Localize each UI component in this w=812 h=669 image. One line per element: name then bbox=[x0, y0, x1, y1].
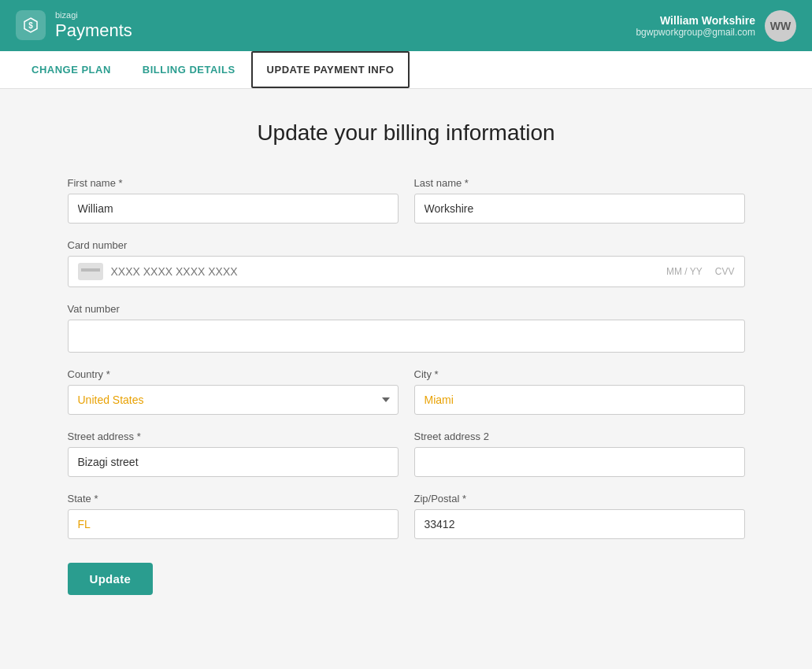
logo-icon: $ bbox=[16, 10, 46, 40]
state-zip-row: State * Zip/Postal * bbox=[68, 493, 745, 539]
header: $ bizagi Payments William Workshire bgwp… bbox=[0, 0, 812, 51]
card-brand-icon bbox=[78, 263, 103, 280]
brand-name: bizagi Payments bbox=[55, 10, 132, 42]
name-row: First name * Last name * bbox=[68, 177, 745, 224]
street-address-input[interactable] bbox=[68, 447, 399, 477]
card-number-group: Card number MM / YY CVV bbox=[68, 239, 745, 287]
country-select[interactable]: United States United Kingdom Canada Aust… bbox=[68, 385, 399, 415]
tab-change-plan[interactable]: CHANGE PLAN bbox=[16, 51, 127, 88]
city-input[interactable] bbox=[414, 385, 745, 415]
first-name-input[interactable] bbox=[68, 194, 399, 224]
page-title: Update your billing information bbox=[68, 120, 745, 146]
brand-area: $ bizagi Payments bbox=[16, 10, 132, 42]
street-row: Street address * Street address 2 bbox=[68, 431, 745, 477]
country-label: Country * bbox=[68, 368, 399, 380]
first-name-label: First name * bbox=[68, 177, 399, 189]
button-row: Update bbox=[68, 555, 745, 595]
zip-label: Zip/Postal * bbox=[414, 493, 745, 505]
mm-yy-label: MM / YY bbox=[666, 266, 703, 277]
svg-rect-3 bbox=[81, 268, 100, 272]
user-name: William Workshire bbox=[636, 14, 755, 27]
card-number-input[interactable] bbox=[111, 265, 659, 278]
tab-billing-details[interactable]: BILLING DETAILS bbox=[127, 51, 251, 88]
street-address2-label: Street address 2 bbox=[414, 431, 745, 442]
street-address2-input[interactable] bbox=[414, 447, 745, 477]
tab-update-payment-info[interactable]: UPDATE PAYMENT INFO bbox=[251, 51, 410, 88]
city-label: City * bbox=[414, 368, 745, 380]
state-label: State * bbox=[68, 493, 399, 505]
city-group: City * bbox=[414, 368, 745, 415]
card-extra: MM / YY CVV bbox=[666, 266, 734, 277]
zip-input[interactable] bbox=[414, 509, 745, 539]
vat-number-input[interactable] bbox=[68, 320, 745, 353]
user-area: William Workshire bgwpworkgroup@gmail.co… bbox=[636, 10, 796, 42]
card-row: Card number MM / YY CVV bbox=[68, 239, 745, 287]
cvv-label: CVV bbox=[715, 266, 735, 277]
country-group: Country * United States United Kingdom C… bbox=[68, 368, 399, 415]
vat-row: Vat number bbox=[68, 303, 745, 353]
billing-form: First name * Last name * Card number bbox=[68, 177, 745, 595]
bizagi-label: bizagi bbox=[55, 10, 132, 20]
street-address-group: Street address * bbox=[68, 431, 399, 477]
state-group: State * bbox=[68, 493, 399, 539]
avatar[interactable]: WW bbox=[765, 10, 796, 42]
svg-text:$: $ bbox=[28, 21, 33, 30]
vat-number-group: Vat number bbox=[68, 303, 745, 353]
last-name-label: Last name * bbox=[414, 177, 745, 189]
last-name-group: Last name * bbox=[414, 177, 745, 224]
vat-number-label: Vat number bbox=[68, 303, 745, 315]
street-address-label: Street address * bbox=[68, 431, 399, 442]
country-city-row: Country * United States United Kingdom C… bbox=[68, 368, 745, 415]
main-content: Update your billing information First na… bbox=[52, 89, 761, 642]
update-button[interactable]: Update bbox=[68, 563, 154, 595]
street-address2-group: Street address 2 bbox=[414, 431, 745, 477]
nav-tabs: CHANGE PLAN BILLING DETAILS UPDATE PAYME… bbox=[0, 51, 812, 89]
card-number-label: Card number bbox=[68, 239, 745, 251]
first-name-group: First name * bbox=[68, 177, 399, 224]
last-name-input[interactable] bbox=[414, 194, 745, 224]
user-info: William Workshire bgwpworkgroup@gmail.co… bbox=[636, 14, 755, 38]
payments-label: Payments bbox=[55, 20, 132, 41]
card-input-wrapper[interactable]: MM / YY CVV bbox=[68, 256, 745, 287]
zip-group: Zip/Postal * bbox=[414, 493, 745, 539]
state-input[interactable] bbox=[68, 509, 399, 539]
user-email: bgwpworkgroup@gmail.com bbox=[636, 27, 755, 38]
